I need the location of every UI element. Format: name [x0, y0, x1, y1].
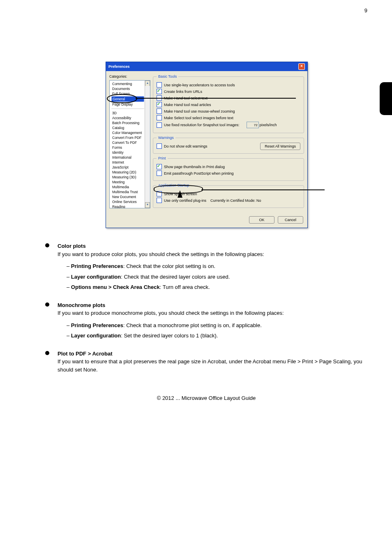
print-legend: Print [157, 156, 168, 160]
scroll-down-icon[interactable]: ▼ [145, 202, 150, 208]
fixed-resolution-checkbox[interactable]: Use fixed resolution for Snapshot tool i… [157, 122, 300, 128]
category-item-forms[interactable]: Forms [111, 145, 144, 150]
category-item-measuring-3d-[interactable]: Measuring (3D) [111, 175, 144, 180]
passthrough-label: Emit passthrough PostScript when printin… [164, 171, 234, 175]
category-item-multimedia-trust[interactable]: Multimedia Trust [111, 189, 144, 194]
category-item-batch-processing[interactable]: Batch Processing [111, 120, 144, 125]
warnings-legend: Warnings [157, 136, 175, 140]
thumbnails-label: Show page thumbnails in Print dialog [164, 165, 225, 169]
category-item-convert-to-pdf[interactable]: Convert To PDF [111, 140, 144, 145]
hand-read-articles-label: Make Hand tool read articles [164, 103, 211, 107]
reset-all-warnings-button[interactable]: Reset All Warnings [260, 143, 300, 150]
category-item-online-services[interactable]: Online Services [111, 199, 144, 204]
category-item-general[interactable]: General [111, 96, 144, 102]
preferences-dialog-wrapper: Preferences × Categories: CommentingDocu… [106, 62, 307, 228]
thumb-tab [380, 82, 392, 115]
bullet-item: Color plotsIf you want to produce color … [45, 242, 367, 291]
create-links-checkbox[interactable]: Create links from URLs [157, 89, 300, 94]
certified-plugins-checkbox[interactable]: Use only certified plug-ins [157, 198, 206, 203]
category-item-commenting[interactable]: Commenting [111, 81, 144, 86]
single-key-label: Use single-key accelerators to access to… [164, 83, 235, 87]
category-item-reading[interactable]: Reading [111, 204, 144, 208]
category-item-internet[interactable]: Internet [111, 160, 144, 165]
category-item-measuring-2d-[interactable]: Measuring (2D) [111, 170, 144, 175]
checkbox-icon [157, 115, 162, 120]
category-item-multimedia[interactable]: Multimedia [111, 185, 144, 189]
ok-button[interactable]: OK [249, 216, 274, 224]
checkbox-icon [157, 82, 162, 88]
print-group: Print Show page thumbnails in Print dial… [153, 156, 304, 181]
checkbox-icon [157, 164, 162, 169]
checkbox-icon [157, 122, 162, 128]
category-item-page-display[interactable]: Page Display [111, 102, 144, 107]
passthrough-checkbox[interactable]: Emit passthrough PostScript when printin… [157, 171, 300, 176]
dialog-title: Preferences [108, 65, 130, 69]
checkbox-icon [157, 171, 162, 176]
single-key-checkbox[interactable]: Use single-key accelerators to access to… [157, 82, 300, 88]
scroll-up-icon[interactable]: ▲ [145, 81, 150, 86]
checkbox-icon [157, 102, 162, 107]
cancel-button[interactable]: Cancel [278, 216, 303, 224]
sub-bullet: – Printing Preferences: Check that a mon… [67, 321, 367, 330]
hand-wheel-zoom-checkbox[interactable]: Make Hand tool use mouse-wheel zooming [157, 108, 300, 114]
callout-line-general [136, 98, 296, 99]
callout-line-certified [201, 189, 325, 190]
category-item-convert-from-pdf[interactable]: Convert From PDF [111, 135, 144, 140]
app-startup-legend: Application Startup [157, 183, 191, 187]
basic-tools-legend: Basic Tools [157, 74, 178, 78]
close-icon[interactable]: × [298, 63, 305, 70]
warnings-group: Warnings Do not show edit warnings Reset… [153, 136, 304, 154]
page-footer: © 2012 ... Microwave Office Layout Guide [45, 394, 367, 402]
checkbox-icon [157, 191, 162, 196]
create-links-label: Create links from URLs [164, 90, 202, 94]
page-body-text: Color plotsIf you want to produce color … [45, 242, 367, 402]
hand-wheel-zoom-label: Make Hand tool use mouse-wheel zooming [164, 109, 235, 113]
sub-bullet: – Layer configuration: Check that the de… [67, 273, 367, 281]
bullet-item: Plot to PDF > AcrobatIf you want to ensu… [45, 350, 367, 374]
callout-arrow-certified [178, 190, 182, 198]
bullet-lead: Monochrome plotsIf you want to produce m… [58, 301, 367, 317]
category-item-identity[interactable]: Identity [111, 150, 144, 155]
category-item-full-screen[interactable]: Full Screen [111, 91, 144, 96]
basic-tools-group: Basic Tools Use single-key accelerators … [153, 74, 304, 133]
category-item-international[interactable]: International [111, 155, 144, 160]
scrollbar[interactable]: ▲ ▼ [145, 81, 150, 208]
snapshot-resolution-unit: pixels/inch [260, 123, 277, 127]
categories-label: Categories: [109, 74, 150, 78]
snapshot-resolution-input[interactable] [247, 122, 259, 128]
certified-mode-status: Currently in Certified Mode: No [210, 199, 261, 203]
sub-bullet: – Printing Preferences: Check that the c… [67, 262, 367, 270]
sub-bullet: – Layer configuration: Set the desired l… [67, 332, 367, 340]
application-startup-group: Application Startup Show splash screenUs… [153, 183, 304, 208]
category-item-catalog[interactable]: Catalog [111, 125, 144, 130]
select-images-first-label: Make Select tool select images before te… [164, 116, 233, 120]
checkbox-icon [157, 198, 162, 203]
category-item-new-document[interactable]: New Document [111, 194, 144, 199]
categories-listbox[interactable]: CommentingDocumentsFull ScreenGeneralPag… [109, 80, 150, 208]
warning-label: Do not show edit warnings [164, 144, 208, 148]
category-item-meeting[interactable]: Meeting [111, 180, 144, 185]
bullet-item: Monochrome plotsIf you want to produce m… [45, 301, 367, 340]
fixed-resolution-label: Use fixed resolution for Snapshot tool i… [164, 123, 240, 127]
bullet-lead: Plot to PDF > AcrobatIf you want to ensu… [58, 350, 367, 374]
bullet-lead: Color plotsIf you want to produce color … [58, 242, 367, 258]
certified-plugins-row: Use only certified plug-insCurrently in … [157, 198, 300, 203]
checkbox-icon [157, 89, 162, 94]
select-images-first-checkbox[interactable]: Make Select tool select images before te… [157, 115, 300, 120]
category-item-color-management[interactable]: Color Management [111, 130, 144, 135]
certified-plugins-label: Use only certified plug-ins [164, 199, 206, 203]
category-item-accessibility[interactable]: Accessibility [111, 115, 144, 120]
checkbox-icon [157, 108, 162, 114]
dialog-titlebar: Preferences × [106, 62, 307, 71]
category-item-3d[interactable]: 3D [111, 111, 144, 115]
sub-bullet: – Options menu > Check Area Check: Turn … [67, 283, 367, 291]
category-item-javascript[interactable]: JavaScript [111, 165, 144, 170]
hand-read-articles-checkbox[interactable]: Make Hand tool read articles [157, 102, 300, 107]
page-number: 9 [364, 7, 367, 14]
thumbnails-checkbox[interactable]: Show page thumbnails in Print dialog [157, 164, 300, 169]
do-not-show-edit-warnings-checkbox[interactable]: Do not show edit warnings [157, 143, 208, 149]
preferences-dialog: Preferences × Categories: CommentingDocu… [106, 62, 308, 228]
category-item-documents[interactable]: Documents [111, 86, 144, 91]
